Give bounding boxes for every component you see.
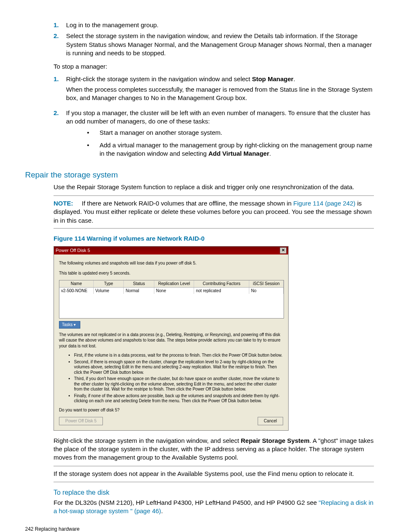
dialog-button-row: Power Off Disk 5 Cancel	[59, 417, 283, 425]
paragraph-stop-intro: To stop a manager:	[54, 62, 374, 71]
dialog-title: Power Off Disk 5	[56, 247, 90, 254]
bullet-icon: •	[87, 129, 100, 137]
list-text: Log in to the management group.	[66, 21, 374, 29]
text: .	[269, 150, 271, 157]
tasks-dropdown-button[interactable]: Tasks ▾	[59, 321, 80, 329]
col-replication: Replication Level	[154, 280, 194, 287]
bullet-list: • Start a manager on another storage sys…	[87, 129, 374, 158]
table-header-row: Name Type Status Replication Level Contr…	[59, 280, 284, 288]
paragraph: Use the Repair Storage System function t…	[54, 183, 374, 191]
dialog-titlebar: Power Off Disk 5 ✕	[54, 247, 288, 254]
col-name: Name	[59, 280, 94, 287]
list-number: 1.	[54, 75, 66, 106]
dialog-text: The volumes are not replicated or in a d…	[59, 332, 283, 349]
note-block: NOTE: If there are Network RAID-0 volume…	[54, 195, 374, 229]
list-item: 2. Select the storage system in the navi…	[54, 32, 374, 57]
list-number: 1.	[54, 21, 66, 29]
text: .	[294, 75, 295, 82]
list-number: 2.	[54, 32, 66, 57]
table-row[interactable]: v2-500-NONE Volume Normal None not repli…	[59, 288, 284, 294]
col-status: Status	[124, 280, 154, 287]
list-text: Select the storage system in the navigat…	[66, 32, 374, 57]
figure-link[interactable]: Figure 114 (page 242)	[293, 200, 355, 207]
bullet-text: Add a virtual manager to the management …	[100, 141, 374, 158]
dialog-body: The following volumes and snapshots will…	[54, 254, 288, 430]
list-item: Third, if you don't have enough space on…	[74, 376, 283, 392]
bullet-text: Start a manager on another storage syste…	[100, 129, 223, 137]
list-text: If you stop a manager, the cluster will …	[66, 109, 374, 162]
bold-text: Stop Manager	[252, 75, 293, 82]
list-item: 1. Log in to the management group.	[54, 21, 374, 29]
bullet-item: • Start a manager on another storage sys…	[87, 129, 374, 137]
note-text: If there are Network RAID-0 volumes that…	[82, 200, 294, 207]
list-item: 2. If you stop a manager, the cluster wi…	[54, 109, 374, 162]
ordered-list-2: 1. Right-click the storage system in the…	[54, 75, 374, 162]
dialog-text: The following volumes and snapshots will…	[59, 260, 283, 266]
text: Right-click the storage system in the na…	[54, 437, 241, 444]
paragraph: Right-click the storage system in the na…	[54, 437, 374, 462]
dialog-text: This table is updated every 5 seconds.	[59, 270, 283, 276]
cell-replication: None	[154, 288, 194, 294]
bold-text: Repair Storage System	[241, 437, 309, 444]
text: If you stop a manager, the cluster will …	[66, 109, 371, 125]
list-item: Finally, if none of the above actions ar…	[74, 393, 283, 404]
list-number: 2.	[54, 109, 66, 162]
bullet-item: • Add a virtual manager to the managemen…	[87, 141, 374, 158]
bold-text: Add Virtual Manager	[208, 150, 269, 157]
cell-factors: not replicated	[194, 288, 249, 294]
paragraph: For the DL320s (NSM 2120), HP LeftHand P…	[54, 499, 374, 516]
cell-name: v2-500-NONE	[59, 288, 94, 294]
power-off-button[interactable]: Power Off Disk 5	[59, 417, 103, 425]
figure-caption: Figure 114 Warning if volumes are Networ…	[54, 234, 374, 243]
close-icon[interactable]: ✕	[280, 247, 286, 254]
list-item: Second, if there is enough space on the …	[74, 360, 283, 375]
dialog-question: Do you want to power off disk 5?	[59, 407, 283, 413]
text: If the storage system does not appear in…	[54, 470, 354, 477]
heading-repair: Repair the storage system	[25, 170, 374, 180]
bordered-paragraph: If the storage system does not appear in…	[54, 466, 374, 482]
col-factors: Contributing Factors	[194, 280, 249, 287]
power-off-dialog: Power Off Disk 5 ✕ The following volumes…	[54, 246, 289, 431]
text: For the DL320s (NSM 2120), HP LeftHand P…	[54, 499, 319, 506]
list-item: 1. Right-click the storage system in the…	[54, 75, 374, 106]
list-item: First, if the volume is in a data proces…	[74, 353, 283, 358]
col-iscsi: iSCSI Session	[249, 280, 284, 287]
list-text: Right-click the storage system in the na…	[66, 75, 374, 106]
col-type: Type	[94, 280, 124, 287]
paragraph: When the process completes successfully,…	[66, 85, 374, 103]
cell-status: Normal	[124, 288, 154, 294]
dialog-steps-list: First, if the volume is in a data proces…	[74, 353, 283, 404]
note-label: NOTE:	[54, 200, 73, 207]
volumes-table: Name Type Status Replication Level Contr…	[59, 280, 284, 319]
heading-replace-disk: To replace the disk	[54, 488, 374, 497]
ordered-list-1: 1. Log in to the management group. 2. Se…	[54, 21, 374, 57]
text: Right-click the storage system in the na…	[66, 75, 252, 82]
page-footer: 242 Replacing hardware	[25, 526, 374, 532]
text: .	[161, 507, 163, 514]
bullet-icon: •	[87, 141, 100, 158]
cell-iscsi: No	[249, 288, 284, 294]
cell-type: Volume	[94, 288, 124, 294]
cancel-button[interactable]: Cancel	[258, 417, 283, 425]
